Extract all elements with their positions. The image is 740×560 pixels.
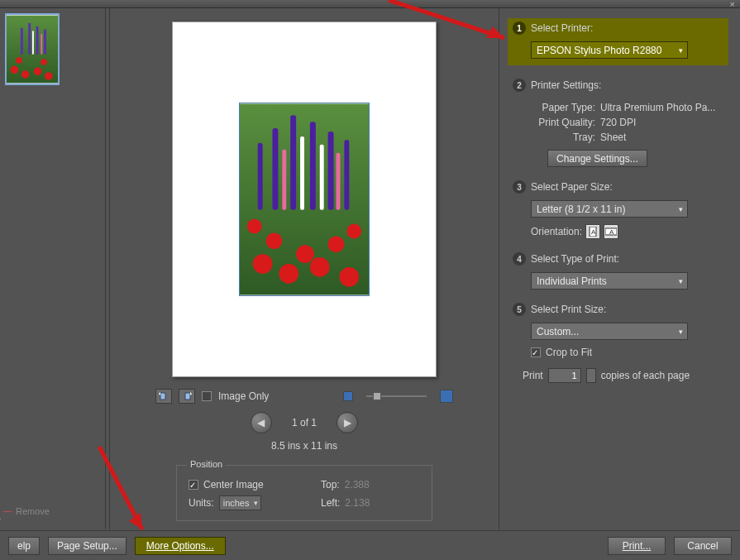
- step-2-title: Printer Settings:: [531, 79, 601, 91]
- svg-text:A: A: [609, 228, 614, 236]
- page-setup-button[interactable]: Page Setup...: [48, 537, 127, 555]
- top-label: Top:: [321, 479, 340, 491]
- svg-rect-9: [28, 23, 31, 55]
- print-button[interactable]: Print...: [608, 537, 666, 555]
- rotate-cw-icon[interactable]: [179, 389, 195, 404]
- step-3-badge: 3: [513, 180, 526, 194]
- center-image-checkbox[interactable]: [189, 480, 198, 490]
- orientation-portrait-icon[interactable]: A: [585, 224, 600, 239]
- footer: elp Page Setup... More Options... Print.…: [0, 530, 740, 560]
- svg-rect-12: [32, 31, 34, 54]
- top-value: 2.388: [345, 479, 370, 491]
- svg-rect-33: [337, 153, 341, 210]
- svg-rect-27: [328, 132, 334, 210]
- copies-suffix: copies of each page: [601, 370, 690, 381]
- position-group: Position Center Image Top: 2.388 Units: …: [176, 465, 432, 521]
- svg-rect-30: [300, 136, 304, 210]
- print-size-select[interactable]: Custom...: [531, 323, 688, 340]
- print-type-select[interactable]: Individual Prints: [531, 272, 688, 290]
- copies-spinner[interactable]: [586, 368, 596, 383]
- svg-rect-8: [21, 28, 23, 55]
- svg-point-5: [45, 72, 52, 79]
- svg-point-2: [11, 66, 18, 74]
- crop-to-fit-label: Crop to Fit: [546, 347, 592, 358]
- svg-rect-32: [282, 150, 286, 210]
- step-printer-settings: 2 Printer Settings: Paper Type:Ultra Pre…: [508, 75, 728, 167]
- step-paper-size: 3 Select Paper Size: Letter (8 1/2 x 11 …: [508, 177, 728, 239]
- image-only-label: Image Only: [218, 390, 269, 402]
- tray-label: Tray:: [531, 132, 600, 143]
- orientation-landscape-icon[interactable]: A: [604, 224, 618, 239]
- copies-input[interactable]: [548, 368, 581, 383]
- step-5-badge: 5: [513, 303, 526, 316]
- svg-point-22: [247, 219, 262, 234]
- print-quality-value: 720 DPI: [600, 117, 636, 128]
- thumbnail[interactable]: [5, 13, 60, 85]
- next-page-button[interactable]: ▶: [337, 412, 358, 433]
- svg-point-15: [253, 254, 273, 274]
- prev-page-button[interactable]: ◀: [251, 412, 272, 433]
- svg-rect-34: [160, 393, 165, 400]
- svg-rect-29: [258, 143, 263, 210]
- paper-preview: [172, 22, 437, 377]
- thumbnails-panel: [0, 8, 106, 529]
- preview-image: [239, 103, 370, 296]
- cancel-button[interactable]: Cancel: [674, 537, 732, 555]
- step-2-badge: 2: [513, 79, 526, 92]
- left-label: Left:: [321, 497, 340, 509]
- svg-point-18: [339, 267, 359, 287]
- svg-rect-28: [344, 140, 349, 210]
- minus-icon: —: [3, 506, 12, 516]
- orientation-label: Orientation:: [531, 226, 582, 237]
- close-icon[interactable]: ×: [730, 0, 735, 9]
- svg-point-3: [21, 70, 29, 78]
- step-1-badge: 1: [513, 22, 526, 35]
- help-button[interactable]: elp: [8, 537, 40, 555]
- printer-select[interactable]: EPSON Stylus Photo R2880: [531, 41, 688, 59]
- svg-point-21: [296, 245, 314, 263]
- zoom-large-icon[interactable]: [440, 390, 453, 403]
- step-4-badge: 4: [513, 252, 526, 266]
- svg-rect-24: [272, 128, 278, 210]
- units-select[interactable]: inches: [219, 495, 262, 510]
- remove-label: Remove: [16, 506, 50, 516]
- settings-panel: 1 Select Printer: EPSON Stylus Photo R28…: [499, 8, 740, 529]
- paper-type-value: Ultra Premium Photo Pa...: [600, 102, 715, 113]
- svg-point-7: [41, 59, 47, 65]
- zoom-slider[interactable]: [366, 395, 427, 397]
- add-button-cutoff[interactable]: dd...: [0, 511, 1, 521]
- image-only-checkbox[interactable]: [202, 391, 212, 401]
- zoom-small-icon[interactable]: [343, 391, 353, 401]
- titlebar: ×: [0, 0, 740, 8]
- page-nav: ◀ 1 of 1 ▶: [251, 412, 358, 433]
- step-1-title: Select Printer:: [531, 22, 593, 34]
- svg-point-20: [328, 236, 345, 252]
- more-options-button[interactable]: More Options...: [135, 537, 226, 555]
- paper-type-label: Paper Type:: [531, 102, 600, 113]
- thumbnail-image: [7, 15, 58, 84]
- remove-button[interactable]: — Remove: [3, 506, 50, 516]
- step-3-title: Select Paper Size:: [531, 181, 613, 193]
- svg-point-4: [34, 68, 41, 75]
- crop-to-fit-checkbox[interactable]: [531, 347, 541, 357]
- svg-rect-10: [36, 26, 39, 55]
- position-legend: Position: [187, 459, 226, 469]
- preview-toolbar: Image Only: [155, 389, 453, 404]
- step-print-size: 5 Select Print Size: Custom... Crop to F…: [508, 299, 728, 358]
- svg-point-17: [310, 257, 330, 277]
- change-settings-button[interactable]: Change Settings...: [547, 150, 647, 167]
- svg-point-19: [266, 232, 283, 249]
- svg-rect-31: [320, 145, 324, 210]
- svg-rect-26: [310, 122, 316, 210]
- tray-value: Sheet: [600, 132, 626, 143]
- svg-rect-13: [41, 34, 42, 54]
- paper-size-select[interactable]: Letter (8 1/2 x 11 in): [531, 200, 688, 218]
- rotate-ccw-icon[interactable]: [155, 389, 172, 404]
- svg-rect-35: [185, 393, 190, 400]
- step-select-printer: 1 Select Printer: EPSON Stylus Photo R28…: [508, 18, 728, 65]
- paper-dimensions: 8.5 ins x 11 ins: [271, 440, 337, 452]
- print-quality-label: Print Quality:: [531, 117, 600, 128]
- svg-rect-11: [44, 30, 46, 55]
- svg-point-6: [16, 57, 22, 64]
- print-copies-label: Print: [523, 370, 543, 381]
